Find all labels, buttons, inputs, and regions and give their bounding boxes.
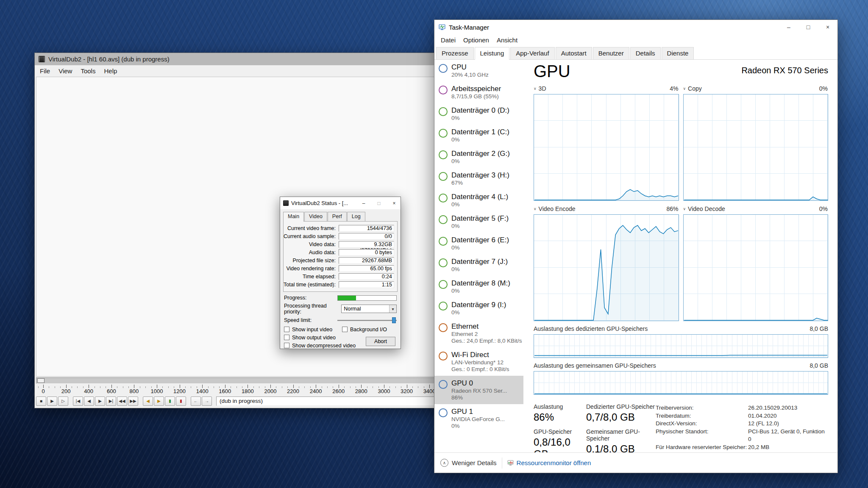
engine-selector-video-decode[interactable]: ∨ Video Decode	[683, 205, 725, 212]
transport-button[interactable]: ▮	[165, 396, 175, 406]
status-field-row: Audio data: 0 bytes	[287, 249, 394, 256]
tab[interactable]: Leistung	[475, 47, 510, 60]
checkbox[interactable]	[284, 343, 289, 348]
transport-button[interactable]: ▶	[154, 396, 164, 406]
menu-item[interactable]: Tools	[76, 67, 100, 75]
driver-info: Treiberversion: 26.20.15029.20013 Treibe…	[656, 403, 828, 452]
tab[interactable]: Prozesse	[436, 47, 474, 59]
sidebar-item[interactable]: Datenträger 1 (C:) 0%	[434, 125, 523, 146]
resource-monitor-link[interactable]: Ressourcenmonitor öffnen	[507, 459, 591, 466]
sidebar-item[interactable]: Datenträger 2 (G:) 0%	[434, 146, 523, 168]
perf-graph-icon	[439, 380, 448, 389]
info-value: 26.20.15029.20013	[748, 404, 797, 412]
menu-item[interactable]: Datei	[437, 36, 459, 44]
timeline-tick-label: 800	[123, 388, 146, 395]
task-manager-titlebar[interactable]: Task-Manager – □ ×	[434, 20, 837, 34]
sidebar-item[interactable]: GPU 0 Radeon RX 570 Ser... 86%	[434, 376, 523, 404]
tab[interactable]: Details	[630, 47, 661, 59]
sidebar-item[interactable]: Datenträger 7 (J:) 0%	[434, 254, 523, 276]
menu-item[interactable]: Optionen	[459, 36, 493, 44]
sidebar-item-detail: 0%	[451, 201, 508, 208]
transport-button[interactable]: ▷	[58, 396, 68, 406]
sidebar-item[interactable]: Datenträger 9 (I:) 0%	[434, 297, 523, 319]
dialog-close-button[interactable]: ×	[388, 197, 401, 209]
tab[interactable]: Perf	[328, 212, 347, 222]
minimize-button[interactable]: –	[779, 20, 798, 34]
tab[interactable]: Main	[283, 212, 304, 222]
engine-selector-video-encode[interactable]: ∨ Video Encode	[534, 205, 576, 212]
sidebar-item[interactable]: Datenträger 8 (M:) 0%	[434, 276, 523, 297]
transport-button[interactable]: ■	[36, 396, 46, 406]
transport-button[interactable]: ◀◀	[117, 396, 127, 406]
speed-limit-slider[interactable]	[337, 317, 397, 324]
menu-item[interactable]: Ansicht	[493, 36, 521, 44]
sidebar-item[interactable]: Arbeitsspeicher 8,7/15,9 GB (55%)	[434, 81, 523, 103]
transport-button[interactable]: ▮	[176, 396, 186, 406]
engine-selector-copy[interactable]: ∨ Copy	[683, 85, 702, 92]
sidebar-item-title: CPU	[451, 63, 489, 72]
sidebar-item-detail: LAN-Verbindung* 12	[451, 359, 509, 366]
engine-selector-3d[interactable]: ∨ 3D	[534, 85, 546, 92]
gpu-video-encode-chart	[534, 214, 679, 321]
sidebar-item[interactable]: Datenträger 6 (E:) 0%	[434, 233, 523, 254]
info-value: 01.04.2020	[748, 412, 777, 420]
field-value: 65.00 fps	[339, 265, 394, 272]
performance-view: CPU 20% 4,10 GHz Arbeitsspeicher 8,7/15,…	[434, 60, 837, 452]
tab[interactable]: Log	[347, 212, 365, 222]
transport-button[interactable]: ▶▶	[128, 396, 138, 406]
transport-button[interactable]: ▶	[95, 396, 105, 406]
transport-button-glyph: →	[205, 399, 209, 403]
abort-button[interactable]: Abort	[366, 337, 395, 346]
status-text: (dub in progress)	[220, 398, 263, 404]
status-dialog-titlebar[interactable]: VirtualDub2 Status - [... – □ ×	[280, 197, 401, 209]
transport-button[interactable]: |◀	[73, 396, 83, 406]
checkbox[interactable]	[284, 335, 289, 340]
priority-dropdown[interactable]: Normal ▾	[341, 305, 397, 313]
less-details-button[interactable]: ∧ Weniger Details	[440, 459, 497, 467]
sidebar-item[interactable]: Datenträger 0 (D:) 0%	[434, 103, 523, 125]
transport-button[interactable]: ▶|	[106, 396, 116, 406]
tab[interactable]: Dienste	[662, 47, 694, 59]
tab[interactable]: Autostart	[556, 47, 592, 59]
menu-item[interactable]: View	[54, 67, 76, 75]
slider-thumb[interactable]	[392, 317, 396, 323]
close-button[interactable]: ×	[818, 20, 837, 34]
transport-button[interactable]: ◀	[143, 396, 153, 406]
sidebar-item[interactable]: Datenträger 3 (H:) 67%	[434, 168, 523, 189]
engine-usage-value: 86%	[666, 205, 678, 212]
sidebar-item-title: Datenträger 8 (M:)	[451, 279, 510, 288]
virtualdub2-status-dialog: VirtualDub2 Status - [... – □ × Main Vid…	[280, 197, 401, 349]
checkbox[interactable]	[342, 327, 348, 332]
menu-item[interactable]: Help	[100, 67, 121, 75]
sidebar-item[interactable]: GPU 1 NVIDIA GeForce G... 0%	[434, 404, 523, 433]
tab[interactable]: Video	[304, 212, 327, 222]
sidebar-item[interactable]: Wi-Fi Direct LAN-Verbindung* 12 Ges.: 0 …	[434, 347, 523, 376]
sidebar-item[interactable]: Datenträger 4 (L:) 0%	[434, 189, 523, 211]
maximize-button[interactable]: □	[798, 20, 818, 34]
tab[interactable]: App-Verlauf	[510, 47, 554, 59]
sidebar-item-detail: 20% 4,10 GHz	[451, 72, 489, 78]
transport-button[interactable]: ▶	[47, 396, 57, 406]
menu-item[interactable]: File	[36, 67, 54, 75]
dialog-minimize-button[interactable]: –	[357, 197, 370, 209]
sidebar-item-title: Datenträger 1 (C:)	[451, 128, 509, 136]
sidebar-item[interactable]: CPU 20% 4,10 GHz	[434, 60, 523, 81]
tab[interactable]: Benutzer	[593, 47, 629, 59]
checkbox[interactable]	[284, 327, 289, 332]
checkbox-option-background-io[interactable]: Background I/O	[342, 326, 387, 333]
dialog-maximize-button[interactable]: □	[373, 197, 385, 209]
timeline-tick-label: 3000	[373, 388, 395, 395]
stat-dedicated-memory: Dedizierter GPU-Speicher 0,7/8,0 GB	[586, 403, 656, 423]
transport-button[interactable]: →	[202, 396, 212, 406]
transport-button[interactable]: ←	[191, 396, 201, 406]
sidebar-item[interactable]: Datenträger 5 (F:) 0%	[434, 211, 523, 233]
dedicated-memory-chart	[534, 334, 828, 358]
task-manager-app-icon	[439, 24, 445, 30]
info-label: DirectX-Version:	[656, 420, 748, 428]
perf-graph-icon	[439, 323, 448, 332]
position-slider-handle[interactable]	[37, 378, 45, 383]
chevron-down-icon: ∨	[534, 86, 537, 91]
transport-button[interactable]: ◀	[84, 396, 94, 406]
sidebar-item[interactable]: Ethernet Ethernet 2 Ges.: 24,0 Empf.: 8,…	[434, 319, 523, 347]
timeline-tick-label: 1400	[191, 388, 214, 395]
